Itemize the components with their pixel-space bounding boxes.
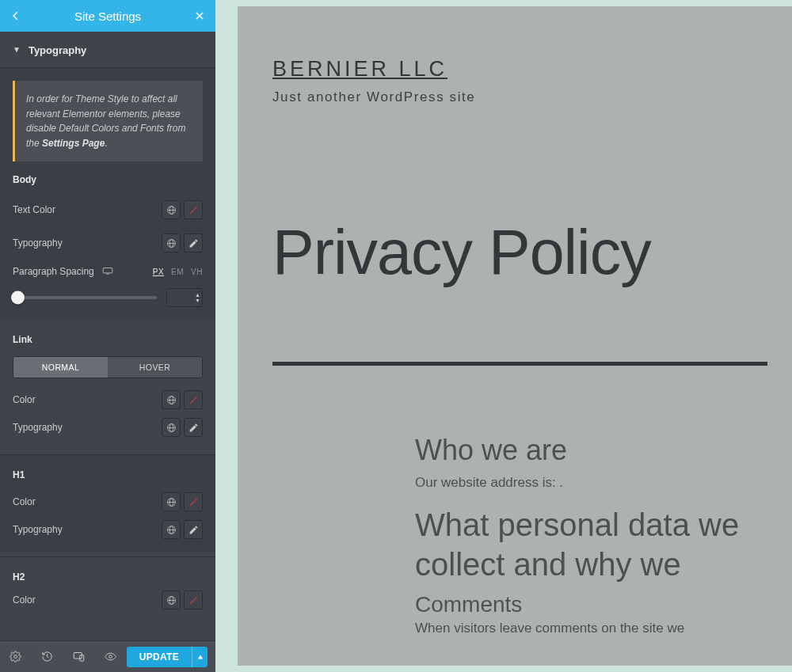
history-button[interactable] xyxy=(40,650,54,664)
global-color-button[interactable] xyxy=(162,390,181,409)
globe-icon xyxy=(166,238,177,249)
caret-up-icon xyxy=(197,654,204,660)
pencil-icon xyxy=(188,423,199,433)
group-h1: Color Typography xyxy=(0,485,215,552)
paragraph-address: Our website address is: . xyxy=(415,475,792,491)
preview-button[interactable] xyxy=(103,650,117,664)
no-color-icon xyxy=(188,205,199,215)
theme-style-notice: In order for Theme Style to affect all r… xyxy=(13,81,203,161)
group-title-link: Link xyxy=(0,320,215,350)
link-state-tabs: NORMAL HOVER xyxy=(13,356,203,378)
label-h1-typography: Typography xyxy=(13,524,63,535)
label-body-typography: Typography xyxy=(13,237,63,249)
panel-header: Site Settings xyxy=(0,0,215,32)
section-title: Typography xyxy=(29,44,86,56)
spinner-up-icon[interactable]: ▲ xyxy=(195,292,200,298)
pencil-icon xyxy=(188,525,199,535)
notice-text-suffix: . xyxy=(105,138,107,149)
edit-typography-button[interactable] xyxy=(184,233,203,252)
svg-line-14 xyxy=(190,397,197,404)
spinner-down-icon[interactable]: ▼ xyxy=(195,298,200,303)
color-picker-button[interactable] xyxy=(184,200,203,219)
heading-who-we-are: Who we are xyxy=(415,434,792,467)
paragraph-spacing-input[interactable]: ▲▼ xyxy=(166,288,203,307)
group-h2: Color xyxy=(0,587,215,621)
group-title-h1: H1 xyxy=(0,455,215,485)
panel-title: Site Settings xyxy=(24,9,192,23)
unit-em[interactable]: EM xyxy=(171,268,184,276)
notice-container: In order for Theme Style to affect all r… xyxy=(0,68,215,174)
svg-line-5 xyxy=(190,207,197,214)
close-button[interactable] xyxy=(192,8,208,24)
row-body-text-color: Text Color xyxy=(13,193,203,226)
color-picker-button[interactable] xyxy=(184,390,203,409)
label-paragraph-spacing: Paragraph Spacing xyxy=(13,266,94,277)
desktop-icon xyxy=(102,267,113,275)
global-color-button[interactable] xyxy=(162,200,181,219)
preview-area: BERNIER LLC Just another WordPress site … xyxy=(215,0,792,672)
devices-icon xyxy=(73,651,85,663)
back-button[interactable] xyxy=(8,8,24,24)
no-color-icon xyxy=(188,595,199,606)
svg-rect-9 xyxy=(103,268,112,273)
group-body: Text Color Typography xyxy=(0,193,215,320)
eye-icon xyxy=(104,651,117,663)
globe-icon xyxy=(166,205,177,215)
edit-typography-button[interactable] xyxy=(184,418,203,437)
gear-icon xyxy=(10,651,21,663)
update-button[interactable]: UPDATE xyxy=(127,647,192,667)
svg-line-21 xyxy=(190,499,197,506)
unit-switcher: PX EM VH xyxy=(153,268,203,276)
row-paragraph-spacing-header: Paragraph Spacing PX EM VH xyxy=(13,260,203,283)
svg-point-32 xyxy=(109,655,112,659)
globe-icon xyxy=(166,525,177,535)
global-color-button[interactable] xyxy=(162,590,181,609)
settings-panel: Site Settings ▼ Typography In order for … xyxy=(0,0,215,672)
label-link-typography: Typography xyxy=(13,422,63,433)
update-options-button[interactable] xyxy=(192,647,208,667)
caret-down-icon: ▼ xyxy=(13,45,21,54)
responsive-button[interactable] xyxy=(102,266,113,277)
global-typography-button[interactable] xyxy=(162,233,181,252)
row-h2-color: Color xyxy=(13,587,203,621)
global-typography-button[interactable] xyxy=(162,418,181,437)
slider-thumb[interactable] xyxy=(11,291,25,305)
history-icon xyxy=(41,651,53,663)
update-button-group: UPDATE xyxy=(127,647,208,667)
pencil-icon xyxy=(188,238,199,249)
close-icon xyxy=(194,10,205,21)
label-text-color: Text Color xyxy=(13,204,55,215)
panel-footer: UPDATE xyxy=(0,640,215,672)
unit-px[interactable]: PX xyxy=(153,268,164,276)
site-title[interactable]: BERNIER LLC xyxy=(272,57,792,82)
paragraph-comments: When visitors leave comments on the site… xyxy=(415,621,792,636)
edit-typography-button[interactable] xyxy=(184,520,203,539)
settings-button[interactable] xyxy=(8,650,22,664)
responsive-mode-button[interactable] xyxy=(71,650,86,664)
row-h1-typography: Typography xyxy=(13,518,203,552)
page-title: Privacy Policy xyxy=(272,216,792,289)
section-header-typography[interactable]: ▼ Typography xyxy=(0,32,215,68)
unit-vh[interactable]: VH xyxy=(191,268,203,276)
global-typography-button[interactable] xyxy=(162,520,181,539)
color-picker-button[interactable] xyxy=(184,590,203,609)
number-spinner[interactable]: ▲▼ xyxy=(195,292,200,303)
title-divider xyxy=(272,362,767,366)
label-h2-color: Color xyxy=(13,594,36,606)
preview-frame[interactable]: BERNIER LLC Just another WordPress site … xyxy=(238,6,792,666)
color-picker-button[interactable] xyxy=(184,492,203,511)
row-link-typography: Typography xyxy=(13,416,203,450)
globe-icon xyxy=(166,497,177,507)
globe-icon xyxy=(166,395,177,405)
paragraph-spacing-slider[interactable] xyxy=(13,296,157,299)
tab-normal[interactable]: NORMAL xyxy=(13,357,108,378)
notice-settings-link[interactable]: Settings Page xyxy=(42,138,105,149)
tab-hover[interactable]: HOVER xyxy=(108,357,202,378)
globe-icon xyxy=(166,423,177,433)
page-content: Who we are Our website address is: . Wha… xyxy=(415,434,792,636)
group-title-h2: H2 xyxy=(0,557,215,587)
group-link: NORMAL HOVER Color Typography xyxy=(0,356,215,450)
global-color-button[interactable] xyxy=(162,492,181,511)
label-h1-color: Color xyxy=(13,496,36,507)
heading-personal-data: What personal data we collect and why we xyxy=(415,505,792,584)
